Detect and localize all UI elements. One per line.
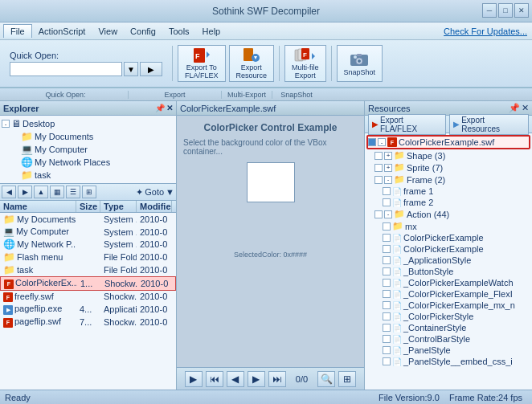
res-checkbox-cpe-flexi[interactable] — [383, 290, 391, 298]
res-checkbox-frame2[interactable] — [383, 198, 391, 206]
res-checkbox-containerstyle[interactable] — [383, 324, 391, 332]
explorer-close-icon[interactable]: ✕ — [166, 104, 173, 112]
res-item-mx[interactable]: 📁 mx — [366, 220, 530, 232]
quick-open-go-btn[interactable]: ▶ — [140, 62, 162, 76]
res-item-cpe-mxn[interactable]: 📄 _ColorPickerExample_mx_n — [366, 300, 530, 311]
res-checkbox-controlbarstyle[interactable] — [383, 335, 391, 343]
menu-actionscript[interactable]: ActionScript — [32, 25, 92, 38]
res-item-cpestyle[interactable]: 📄 _ColorPickerStyle — [366, 311, 530, 322]
tree-item-mydocs[interactable]: 📁 My Documents — [2, 130, 174, 143]
res-checkbox-mx[interactable] — [383, 222, 391, 231]
svg-point-12 — [354, 55, 357, 59]
tree-item-mycomputer[interactable]: 💻 My Computer — [2, 143, 174, 156]
menu-file[interactable]: File — [3, 24, 32, 38]
nav-up-btn[interactable]: ▲ — [34, 186, 48, 198]
res-item-frame[interactable]: - 📁 Frame (2) — [366, 173, 530, 186]
res-checkbox-appstyle[interactable] — [383, 256, 391, 264]
res-item-controlbarstyle[interactable]: 📄 _ControlBarStyle — [366, 333, 530, 345]
resources-pin-icon[interactable]: 📌 — [509, 103, 520, 113]
tree-item-network[interactable]: 🌐 My Network Places — [2, 156, 174, 169]
res-toggle-root[interactable]: - — [378, 138, 386, 146]
file-row-pageflipswf[interactable]: Fpageflip.swf 7... Shockw... 2010-0 — [0, 316, 176, 329]
preview-prev-btn[interactable]: ⏮ — [206, 371, 223, 387]
file-row-mydocs[interactable]: 📁My Documents System ... 2010-0 — [0, 213, 176, 226]
res-checkbox-action[interactable] — [374, 210, 383, 218]
menu-view[interactable]: View — [92, 25, 124, 38]
preview-expand-btn[interactable]: ⊞ — [338, 371, 356, 387]
res-item-shape[interactable]: + 📁 Shape (3) — [366, 149, 530, 161]
res-item-frame1[interactable]: 📄 frame 1 — [366, 186, 530, 197]
check-updates-link[interactable]: Check For Updates... — [444, 27, 527, 36]
file-row-pageflipexe[interactable]: ▶pageflip.exe 4... Application 2010-0 — [0, 303, 176, 316]
file-row-colorpicker[interactable]: FColorPickerEx... 1... Shockw... 2010-0 — [0, 276, 176, 291]
menu-config[interactable]: Config — [124, 25, 162, 38]
res-checkbox-shape[interactable] — [374, 152, 383, 160]
export-resource-button[interactable]: ExportResource — [229, 45, 275, 82]
res-item-panelstyle-embed[interactable]: 📄 _PanelStyle__embed_css_i — [366, 356, 530, 367]
explorer-pin-icon[interactable]: 📌 — [155, 104, 165, 112]
res-item-cpe-flexi[interactable]: 📄 _ColorPickerExample_FlexI — [366, 288, 530, 300]
menu-help[interactable]: Help — [196, 25, 227, 38]
res-checkbox-root[interactable] — [368, 138, 376, 146]
tree-toggle-desktop[interactable]: - — [2, 120, 10, 128]
res-checkbox-panelstyle[interactable] — [383, 346, 391, 354]
res-checkbox-panelstyle-embed[interactable] — [383, 357, 391, 365]
res-item-root-swf[interactable]: - F ColorPickerExample.swf — [366, 135, 530, 149]
res-toggle-action[interactable]: - — [384, 210, 392, 218]
file-row-mycomputer[interactable]: 💻My Computer System ... 2010-0 — [0, 226, 176, 238]
res-item-cpe1[interactable]: 📄 ColorPickerExample — [366, 232, 530, 243]
res-toggle-shape[interactable]: + — [384, 152, 392, 160]
res-toggle-sprite[interactable]: + — [384, 164, 392, 172]
res-item-btnstyle[interactable]: 📄 _ButtonStyle — [366, 266, 530, 277]
tree-item-desktop[interactable]: - 🖥 Desktop — [2, 117, 174, 130]
preview-play-btn[interactable]: ▶ — [185, 371, 203, 387]
nav-view1-btn[interactable]: ▦ — [50, 186, 64, 198]
snapshot-button[interactable]: SnapShot — [337, 45, 383, 82]
multifile-export-button[interactable]: F Multi-fileExport — [284, 45, 326, 82]
tree-item-task[interactable]: 📁 task — [2, 169, 174, 182]
res-item-sprite[interactable]: + 📁 Sprite (7) — [366, 161, 530, 173]
res-checkbox-frame1[interactable] — [383, 187, 391, 195]
minimize-button[interactable]: ─ — [482, 3, 497, 18]
close-button[interactable]: ✕ — [514, 3, 529, 18]
file-icon-controlbarstyle: 📄 — [392, 335, 402, 344]
col-header-type: Type — [100, 201, 137, 212]
file-row-task[interactable]: 📁task File Folder 2010-0 — [0, 263, 176, 276]
menu-tools[interactable]: Tools — [162, 25, 196, 38]
res-checkbox-sprite[interactable] — [374, 164, 383, 172]
res-checkbox-cpestyle[interactable] — [383, 312, 391, 320]
maximize-button[interactable]: □ — [498, 3, 513, 18]
nav-forward-btn[interactable]: ▶ — [18, 186, 32, 198]
preview-zoom-btn[interactable]: 🔍 — [317, 371, 335, 387]
res-item-action[interactable]: - 📁 Action (44) — [366, 208, 530, 220]
export-resources-btn[interactable]: ▶ Export Resources — [449, 114, 529, 135]
res-item-cpe2[interactable]: 📄 ColorPickerExample — [366, 243, 530, 255]
preview-back-btn[interactable]: ◀ — [227, 371, 244, 387]
file-row-freefly[interactable]: Ffreefly.swf Shockw... 2010-0 — [0, 291, 176, 304]
nav-back-btn[interactable]: ◀ — [2, 186, 16, 198]
resources-close-icon[interactable]: ✕ — [522, 103, 529, 113]
res-item-appstyle[interactable]: 📄 _ApplicationStyle — [366, 255, 530, 266]
export-fla-flex-btn[interactable]: ▶ Export FLA/FLEX — [368, 114, 446, 135]
res-item-frame2[interactable]: 📄 frame 2 — [366, 197, 530, 208]
res-checkbox-cpe1[interactable] — [383, 234, 391, 242]
res-item-panelstyle[interactable]: 📄 _PanelStyle — [366, 345, 530, 356]
res-item-cpewatch[interactable]: 📄 _ColorPickerExampleWatch — [366, 277, 530, 288]
export-fla-button[interactable]: F Export ToFLA/FLEX — [178, 45, 226, 82]
res-checkbox-cpewatch[interactable] — [383, 279, 391, 287]
quick-open-input[interactable] — [10, 62, 122, 76]
res-checkbox-frame[interactable] — [374, 176, 383, 184]
nav-view2-btn[interactable]: ☰ — [66, 186, 80, 198]
file-row-network[interactable]: 🌐My Network P... System ... 2010-0 — [0, 238, 176, 251]
res-checkbox-btnstyle[interactable] — [383, 267, 391, 275]
preview-forward-btn[interactable]: ▶ — [248, 371, 265, 387]
res-checkbox-cpe2[interactable] — [383, 245, 391, 253]
res-checkbox-cpe-mxn[interactable] — [383, 301, 391, 309]
res-item-containerstyle[interactable]: 📄 _ContainerStyle — [366, 322, 530, 333]
nav-view3-btn[interactable]: ⊞ — [82, 186, 96, 198]
quick-open-dropdown-btn[interactable]: ▼ — [124, 62, 138, 76]
snapshot-label: SnapShot — [344, 69, 376, 77]
preview-next-btn[interactable]: ⏭ — [268, 371, 286, 387]
file-row-flashmenu[interactable]: 📁Flash menu File Folder 2010-0 — [0, 251, 176, 263]
res-toggle-frame[interactable]: - — [384, 176, 392, 184]
